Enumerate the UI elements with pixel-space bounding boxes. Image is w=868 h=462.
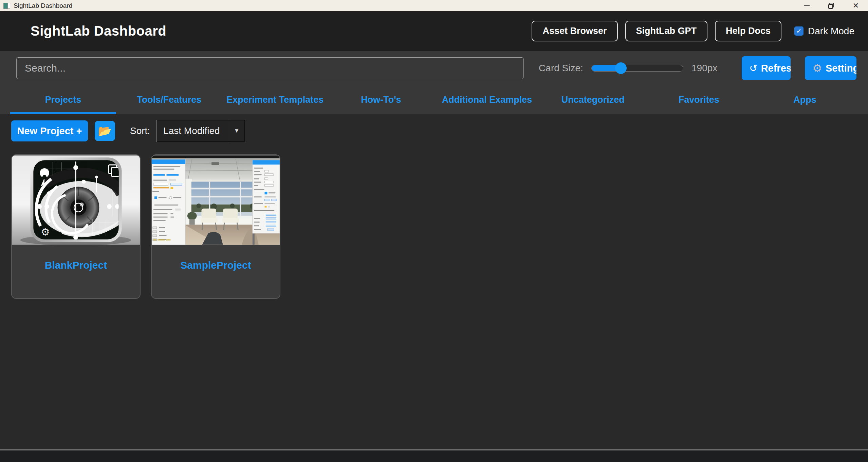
tab-uncategorized[interactable]: Uncategorized	[540, 85, 646, 114]
left-panel	[152, 159, 185, 245]
search-controls-row: Card Size: 190px ↺ Refresh ⚙ Settings	[0, 51, 868, 85]
dark-mode-checkbox[interactable]: ✓	[794, 26, 804, 36]
sort-selected-value: Last Modified	[157, 120, 229, 141]
card-size-label: Card Size:	[539, 63, 583, 74]
chevron-down-icon: ▼	[234, 128, 240, 134]
settings-button[interactable]: ⚙ Settings	[805, 56, 856, 80]
project-card-blankproject[interactable]: ⚙ BlankProject	[11, 154, 141, 299]
card-size-value: 190px	[691, 63, 717, 74]
asset-browser-button[interactable]: Asset Browser	[532, 21, 617, 41]
open-folder-button[interactable]: 📂	[95, 121, 115, 141]
window-title: SightLab Dashboard	[14, 2, 72, 9]
category-tabbar: Projects Tools/Features Experiment Templ…	[0, 85, 868, 114]
tab-additional-examples[interactable]: Additional Examples	[434, 85, 540, 114]
gear-icon: ⚙	[812, 62, 822, 75]
tab-tools-features[interactable]: Tools/Features	[116, 85, 222, 114]
project-card-grid: ⚙ BlankProject	[11, 154, 868, 299]
project-action-row: New Project + 📂 Sort: Last Modified ▼	[11, 120, 868, 142]
search-input[interactable]	[16, 57, 524, 79]
main-content: New Project + 📂 Sort: Last Modified ▼	[0, 114, 868, 449]
tab-experiment-templates[interactable]: Experiment Templates	[222, 85, 328, 114]
dark-mode-toggle: ✓ Dark Mode	[794, 26, 854, 37]
refresh-button[interactable]: ↺ Refresh	[742, 56, 791, 80]
restore-icon	[828, 2, 835, 9]
close-icon: ✕	[853, 2, 859, 9]
new-project-button[interactable]: New Project +	[11, 120, 88, 141]
sort-dropdown[interactable]: Last Modified ▼	[157, 120, 245, 142]
refresh-label: Refresh	[761, 63, 791, 74]
app-window: SightLab Dashboard ✕ SightLab Dashboard …	[0, 0, 868, 462]
card-size-slider[interactable]	[591, 65, 683, 72]
sort-arrow-box: ▼	[229, 120, 244, 141]
right-panel	[253, 160, 280, 233]
tab-apps[interactable]: Apps	[752, 85, 858, 114]
overlay-caption	[153, 239, 170, 240]
minimize-icon	[803, 2, 811, 9]
refresh-icon: ↺	[749, 62, 757, 74]
sightlab-gpt-button[interactable]: SightLab GPT	[625, 21, 708, 41]
check-icon: ✓	[796, 27, 802, 35]
minimize-button[interactable]	[795, 0, 819, 11]
tab-favorites[interactable]: Favorites	[646, 85, 752, 114]
gear-glyph: ⚙	[41, 226, 50, 237]
project-name: BlankProject	[12, 259, 140, 271]
footer-bar	[0, 450, 868, 462]
project-card-sampleproject[interactable]: SampleProject	[151, 154, 280, 299]
restore-button[interactable]	[819, 0, 844, 11]
close-button[interactable]: ✕	[844, 0, 868, 11]
app-header: SightLab Dashboard Asset Browser SightLa…	[0, 11, 868, 51]
project-name: SampleProject	[152, 259, 280, 271]
slider-thumb[interactable]	[615, 62, 627, 74]
header-actions: Asset Browser SightLab GPT Help Docs ✓ D…	[532, 21, 854, 41]
tab-projects[interactable]: Projects	[10, 85, 116, 114]
folder-icon: 📂	[98, 124, 112, 137]
app-icon	[3, 3, 10, 9]
page-title: SightLab Dashboard	[31, 23, 532, 39]
sampleproject-thumbnail	[152, 155, 280, 245]
tab-how-tos[interactable]: How-To's	[328, 85, 434, 114]
help-docs-button[interactable]: Help Docs	[715, 21, 781, 41]
os-titlebar: SightLab Dashboard ✕	[0, 0, 868, 11]
titlebar-left: SightLab Dashboard	[0, 2, 795, 9]
blankproject-thumbnail: ⚙	[12, 155, 140, 245]
dark-mode-label: Dark Mode	[808, 26, 854, 37]
settings-label: Settings	[826, 63, 856, 74]
sort-label: Sort:	[130, 126, 150, 136]
